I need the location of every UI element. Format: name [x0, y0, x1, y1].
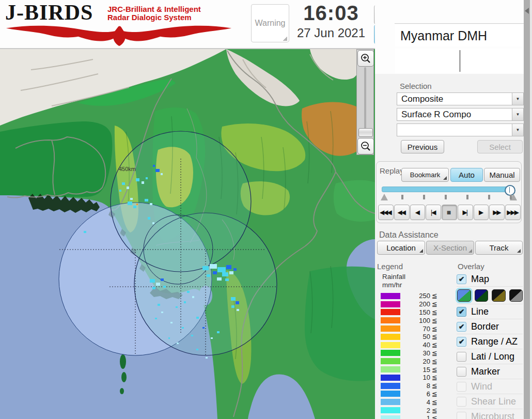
overlay-item-range-az[interactable]: ✔Range / AZ	[457, 334, 523, 349]
legend-value: 100	[400, 317, 430, 324]
border-checkbox[interactable]: ✔	[457, 322, 466, 332]
stop-button[interactable]: ■	[442, 205, 457, 220]
marker-checkbox[interactable]	[457, 367, 466, 377]
radar-map[interactable]: 450km	[0, 49, 375, 419]
legend-row: 30≦	[379, 349, 456, 358]
map-style-black-olive[interactable]	[492, 289, 506, 302]
data-assistance-label: Data Assistance	[379, 230, 439, 240]
legend-value: 10	[400, 374, 430, 381]
x-section-button: X-Section	[426, 241, 474, 255]
line-checkbox[interactable]: ✔	[457, 307, 466, 317]
legend-color-swatch	[381, 366, 400, 373]
overlay-item-line[interactable]: ✔Line	[457, 304, 523, 319]
play-reverse-button[interactable]: ◀	[410, 205, 426, 220]
overlay-item-label: Map	[471, 274, 489, 285]
map-style-black-gray[interactable]	[509, 289, 523, 302]
replay-slider	[381, 185, 517, 203]
overlay-item-border[interactable]: ✔Border	[457, 319, 523, 334]
rewind-fast-button[interactable]: ◀◀	[394, 205, 410, 220]
legend-row: 1≦	[379, 414, 456, 419]
step-back-button[interactable]: |◀	[426, 205, 441, 220]
legend-value: 8	[400, 382, 430, 390]
site-title: Myanmar DMH	[395, 25, 523, 46]
legend-value: 40	[400, 341, 430, 349]
legend-color-swatch	[381, 358, 400, 364]
lte-symbol: ≦	[432, 374, 437, 381]
overlay-label: Overlay	[458, 262, 484, 271]
select-button: Select	[477, 140, 523, 153]
map-style-navy-darkgreen[interactable]	[475, 289, 489, 302]
zoom-slider-track[interactable]	[364, 67, 366, 136]
legend-unit-line2: mm/hr	[382, 281, 456, 289]
zoom-slider-handle[interactable]	[358, 128, 373, 137]
legend-row: 8≦	[379, 382, 456, 390]
legend-value: 1	[400, 414, 430, 419]
legend-color-swatch	[381, 334, 400, 340]
date-display: 27 Jun 2021	[292, 25, 370, 41]
replay-group: Replay Bookmark Auto Manual ◀◀◀◀◀◀|◀■▶|▶…	[376, 161, 522, 223]
auto-mode-button[interactable]: Auto	[450, 168, 483, 182]
step-forward-button[interactable]: ▶|	[458, 205, 473, 220]
panel-collapse-strip[interactable]	[524, 0, 530, 419]
microburst-checkbox	[457, 412, 466, 419]
collapse-arrow-icon	[525, 8, 529, 14]
lte-symbol: ≦	[432, 333, 437, 340]
replay-slider-track[interactable]	[382, 187, 513, 192]
legend-value: 4	[400, 398, 430, 406]
legend-value: 200	[400, 300, 430, 308]
resize-grip-icon[interactable]	[283, 37, 287, 41]
corner-arrow-icon	[419, 249, 423, 253]
legend-row: 150≦	[379, 308, 456, 317]
location-button[interactable]: Location	[377, 241, 425, 255]
overlay-item-label: Border	[471, 321, 499, 332]
legend-color-swatch	[381, 399, 400, 405]
forward-fast-button[interactable]: ▶▶	[489, 205, 505, 220]
overlay-item-wind: Wind	[457, 379, 523, 394]
range-az-checkbox[interactable]: ✔	[457, 337, 466, 347]
previous-button[interactable]: Previous	[401, 140, 444, 153]
overlay-item-map[interactable]: ✔Map	[457, 272, 523, 286]
overlay-item-label: Microburst	[471, 411, 514, 419]
legend-label: Legend	[377, 262, 403, 271]
map-style-blue-green[interactable]	[457, 289, 471, 302]
zoom-out-button[interactable]	[357, 138, 374, 154]
topographic-map: 450km	[0, 49, 375, 419]
legend-value: 50	[400, 333, 430, 340]
overlay-item-label: Lati / Long	[471, 351, 514, 362]
rewind-fastest-button[interactable]: ◀◀◀	[378, 205, 394, 220]
track-button[interactable]: Track	[475, 241, 523, 255]
chevron-down-icon[interactable]: ▼	[512, 108, 523, 120]
lati-long-checkbox[interactable]	[457, 352, 466, 362]
overlay-item-marker[interactable]: Marker	[457, 364, 523, 379]
time-display: 16:03	[292, 1, 370, 25]
warning-button[interactable]: Warning	[251, 4, 289, 42]
legend-row: 4≦	[379, 398, 456, 406]
lte-symbol: ≦	[432, 325, 437, 333]
product-option-dropdown[interactable]: ▼	[397, 123, 524, 136]
legend-value: 2	[400, 407, 430, 414]
play-button[interactable]: ▶	[474, 205, 489, 220]
overlay-item-lati-long[interactable]: Lati / Long	[457, 349, 523, 364]
legend-color-swatch	[381, 375, 400, 381]
map-checkbox[interactable]: ✔	[457, 274, 466, 284]
overlay-options: ✔Map✔Line✔Border✔Range / AZLati / LongMa…	[457, 272, 523, 419]
slider-start-marker[interactable]	[381, 194, 388, 200]
bookmark-button[interactable]: Bookmark	[401, 168, 449, 182]
legend-value: 150	[400, 308, 430, 316]
zoom-in-button[interactable]	[357, 50, 374, 67]
text-input[interactable]	[395, 49, 523, 73]
manual-mode-button[interactable]: Manual	[484, 168, 520, 182]
chevron-down-icon[interactable]: ▼	[512, 124, 523, 136]
lte-symbol: ≦	[432, 358, 437, 365]
selection-label: Selection	[400, 82, 432, 90]
wind-checkbox	[457, 382, 466, 392]
product-category-dropdown[interactable]: Composite ▼	[397, 92, 524, 105]
clock-display: 16:03 27 Jun 2021	[292, 1, 370, 41]
lte-symbol: ≦	[432, 414, 437, 419]
product-type-dropdown[interactable]: Surface R Compo ▼	[397, 108, 524, 121]
jbirds-logo: J-BIRDS JRC-Brilliant & Intelligent Rada…	[5, 2, 243, 48]
chevron-down-icon[interactable]: ▼	[512, 93, 523, 105]
rainfall-legend: Rainfall mm/hr 250≦200≦150≦100≦70≦50≦40≦…	[379, 273, 456, 419]
forward-fastest-button[interactable]: ▶▶▶	[505, 205, 521, 220]
legend-color-swatch	[381, 415, 400, 419]
